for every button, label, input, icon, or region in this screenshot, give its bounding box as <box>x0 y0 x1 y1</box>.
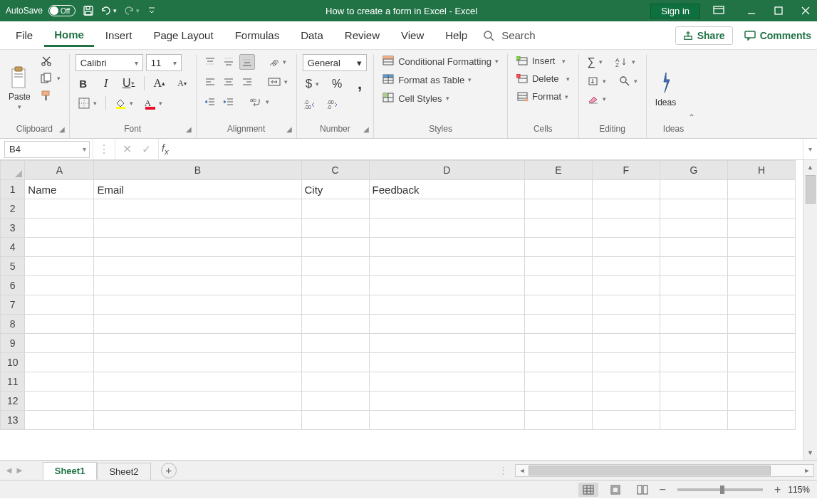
row-header-4[interactable]: 4 <box>1 238 25 257</box>
cell-A11[interactable] <box>25 372 94 392</box>
cell-C6[interactable] <box>301 276 369 295</box>
col-header-F[interactable]: F <box>592 161 660 180</box>
zoom-in-button[interactable]: + <box>774 483 781 496</box>
fill-button[interactable]: ▾ <box>585 75 609 88</box>
cell-D11[interactable] <box>369 372 524 392</box>
cell-A12[interactable] <box>25 392 94 411</box>
sheet-tab-2[interactable]: Sheet2 <box>97 463 150 480</box>
horizontal-scrollbar[interactable]: ◄► <box>515 464 814 477</box>
accounting-format-button[interactable]: $▾ <box>303 75 322 93</box>
row-header-8[interactable]: 8 <box>1 315 25 334</box>
cell-H10[interactable] <box>727 353 795 372</box>
minimize-icon[interactable] <box>747 6 757 15</box>
collapse-ribbon-icon[interactable]: ⌃ <box>688 112 695 122</box>
alignment-dialog-launcher[interactable]: ◢ <box>286 125 292 133</box>
tab-formulas[interactable]: Formulas <box>225 25 290 46</box>
align-center-button[interactable] <box>221 74 236 90</box>
cell-A3[interactable] <box>25 219 94 238</box>
cell-G10[interactable] <box>660 353 727 372</box>
tab-review[interactable]: Review <box>335 25 390 46</box>
cell-C10[interactable] <box>301 353 369 372</box>
tell-me-search[interactable]: Search <box>483 29 536 41</box>
bold-button[interactable]: B <box>76 75 91 91</box>
row-header-6[interactable]: 6 <box>1 276 25 295</box>
cell-C8[interactable] <box>301 315 369 334</box>
number-format-combo[interactable]: General▾ <box>303 54 367 71</box>
cell-D8[interactable] <box>369 315 524 334</box>
row-header-7[interactable]: 7 <box>1 295 25 315</box>
cell-B5[interactable] <box>94 257 301 276</box>
cell-E5[interactable] <box>524 257 592 276</box>
cell-H4[interactable] <box>727 238 795 257</box>
autosum-button[interactable]: ∑▾ <box>585 54 605 70</box>
cell-E2[interactable] <box>524 199 592 219</box>
share-button[interactable]: Share <box>675 26 733 45</box>
page-layout-view-button[interactable] <box>605 483 625 497</box>
font-dialog-launcher[interactable]: ◢ <box>186 125 192 133</box>
sort-filter-button[interactable]: AZ▾ <box>613 55 638 69</box>
enter-formula-icon[interactable]: ✓ <box>142 142 151 156</box>
cell-C12[interactable] <box>301 392 369 411</box>
font-color-button[interactable]: A▾ <box>142 95 165 111</box>
increase-indent-button[interactable] <box>221 94 236 110</box>
font-name-combo[interactable]: Calibri▾ <box>76 54 143 71</box>
cell-B3[interactable] <box>94 219 301 238</box>
cell-G7[interactable] <box>660 295 727 315</box>
vertical-scrollbar[interactable]: ▲ ▼ <box>803 160 817 460</box>
cell-H5[interactable] <box>727 257 795 276</box>
cell-E3[interactable] <box>524 219 592 238</box>
align-right-button[interactable] <box>239 74 255 90</box>
cell-B8[interactable] <box>94 315 301 334</box>
ribbon-display-icon[interactable] <box>713 6 724 16</box>
cell-E13[interactable] <box>524 411 592 430</box>
col-header-B[interactable]: B <box>94 161 301 180</box>
cell-H9[interactable] <box>727 334 795 353</box>
cell-A10[interactable] <box>25 353 94 372</box>
cell-F9[interactable] <box>592 334 660 353</box>
orientation-button[interactable]: ab▾ <box>265 55 289 69</box>
row-header-12[interactable]: 12 <box>1 392 25 411</box>
percent-format-button[interactable]: % <box>329 76 345 92</box>
cell-E6[interactable] <box>524 276 592 295</box>
cell-H3[interactable] <box>727 219 795 238</box>
tab-data[interactable]: Data <box>291 25 333 46</box>
cell-A2[interactable] <box>25 199 94 219</box>
cell-D4[interactable] <box>369 238 524 257</box>
tab-file[interactable]: File <box>6 25 43 46</box>
align-middle-button[interactable] <box>221 54 236 70</box>
align-left-button[interactable] <box>202 74 218 90</box>
cell-C3[interactable] <box>301 219 369 238</box>
qat-customize-icon[interactable] <box>148 6 155 15</box>
insert-cells-button[interactable]: Insert▾ <box>514 54 573 68</box>
cell-A13[interactable] <box>25 411 94 430</box>
cell-D1[interactable]: Feedback <box>369 180 524 199</box>
cell-A8[interactable] <box>25 315 94 334</box>
decrease-font-button[interactable]: A▾ <box>175 75 190 91</box>
cell-A1[interactable]: Name <box>25 180 94 199</box>
fill-color-button[interactable]: ▾ <box>112 96 136 110</box>
number-dialog-launcher[interactable]: ◢ <box>363 125 369 133</box>
normal-view-button[interactable] <box>578 483 598 497</box>
decrease-decimal-button[interactable]: .00.0 <box>326 97 341 112</box>
cell-D9[interactable] <box>369 334 524 353</box>
underline-button[interactable]: U▾ <box>121 75 137 91</box>
cell-H11[interactable] <box>727 372 795 392</box>
sheet-nav-prev[interactable]: ◄ <box>4 465 14 476</box>
autosave-toggle[interactable]: AutoSave Off <box>6 5 76 16</box>
cell-B4[interactable] <box>94 238 301 257</box>
cell-D7[interactable] <box>369 295 524 315</box>
cell-A4[interactable] <box>25 238 94 257</box>
ideas-button[interactable]: Ideas <box>652 54 680 122</box>
cell-A6[interactable] <box>25 276 94 295</box>
cell-H12[interactable] <box>727 392 795 411</box>
cell-B6[interactable] <box>94 276 301 295</box>
col-header-D[interactable]: D <box>369 161 524 180</box>
cell-C11[interactable] <box>301 372 369 392</box>
cell-C7[interactable] <box>301 295 369 315</box>
font-size-combo[interactable]: 11▾ <box>146 54 182 71</box>
col-header-A[interactable]: A <box>25 161 94 180</box>
row-header-9[interactable]: 9 <box>1 334 25 353</box>
cell-B9[interactable] <box>94 334 301 353</box>
cell-D3[interactable] <box>369 219 524 238</box>
cell-H1[interactable] <box>727 180 795 199</box>
